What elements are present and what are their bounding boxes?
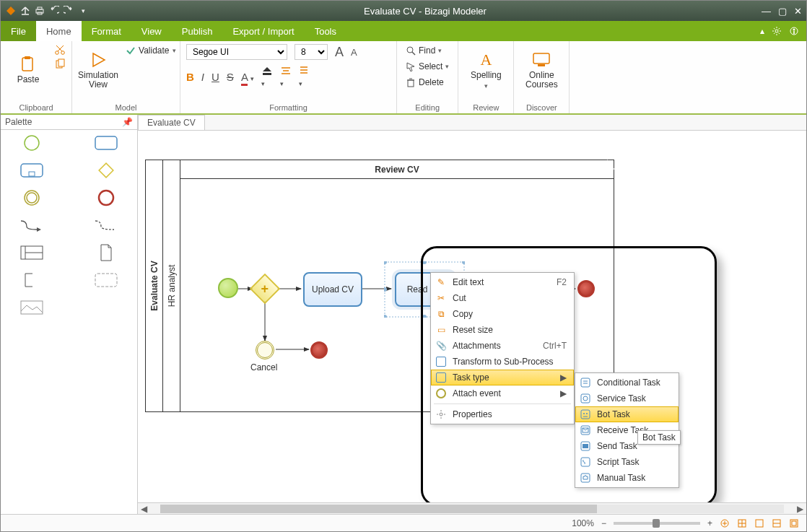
ctx-edit-text[interactable]: ✎ Edit text F2 <box>431 274 574 290</box>
find-label: Find <box>419 45 435 56</box>
ctx-attach-event[interactable]: Attach event ▶ <box>431 385 574 401</box>
tab-format[interactable]: Format <box>82 21 131 41</box>
zoom-in-button[interactable]: + <box>707 518 712 528</box>
ribbon-group-review: A Spelling ▾ Review <box>458 41 514 113</box>
palette-image[interactable] <box>19 299 44 316</box>
palette-annotation[interactable] <box>19 271 44 289</box>
shrink-font-icon[interactable]: A <box>351 47 357 58</box>
pool-label: Evaluate CV <box>149 261 160 310</box>
svg-rect-36 <box>408 80 414 87</box>
online-courses-button[interactable]: Online Courses <box>520 44 563 96</box>
svg-rect-90 <box>581 458 590 466</box>
undo-icon[interactable] <box>48 5 60 17</box>
clipboard-group-label: Clipboard <box>6 102 66 112</box>
spelling-icon: A <box>476 51 495 69</box>
svg-point-72 <box>440 413 442 416</box>
gateway-parallel[interactable]: + <box>250 274 280 304</box>
start-event[interactable] <box>218 278 238 298</box>
document-tab[interactable]: Evaluate CV <box>138 115 205 130</box>
italic-button[interactable]: I <box>201 71 204 83</box>
svg-rect-44 <box>29 172 35 176</box>
minimize-button[interactable]: — <box>762 6 771 17</box>
layout-icon-2[interactable] <box>772 518 782 528</box>
maximize-button[interactable]: ▢ <box>778 6 787 17</box>
save-icon[interactable] <box>19 5 31 17</box>
select-button[interactable]: Select▾ <box>403 60 452 73</box>
qat-dropdown-icon[interactable]: ▾ <box>77 5 89 17</box>
cut-icon[interactable] <box>54 44 66 56</box>
lane-header[interactable]: HR analyst <box>163 160 180 411</box>
palette-start-event[interactable] <box>19 134 44 152</box>
ctx-cut[interactable]: ✂ Cut <box>431 290 574 306</box>
align-button[interactable]: ▾ <box>280 66 292 88</box>
task-upload-cv[interactable]: Upload CV <box>303 272 362 307</box>
tab-publish[interactable]: Publish <box>172 21 223 41</box>
copy-icon[interactable] <box>54 58 66 70</box>
palette-task[interactable] <box>94 134 118 152</box>
spelling-button[interactable]: A Spelling ▾ <box>464 44 507 96</box>
fill-color-button[interactable]: ▾ <box>261 66 273 88</box>
print-icon[interactable] <box>34 5 45 17</box>
fit-page-icon[interactable] <box>737 518 747 528</box>
svg-point-48 <box>99 191 113 205</box>
submenu-service-task[interactable]: Service Task <box>575 391 679 406</box>
ctx-attachments[interactable]: 📎 Attachments Ctrl+T <box>431 338 574 354</box>
submenu-bot-task[interactable]: Bot Task <box>575 406 679 422</box>
pool-header[interactable]: Evaluate CV <box>146 160 163 411</box>
tab-file[interactable]: File <box>1 21 36 41</box>
layout-icon-3[interactable] <box>789 518 799 528</box>
diagram-canvas[interactable]: Evaluate CV HR analyst Review CV <box>138 131 806 502</box>
ctx-task-type[interactable]: Task type ▶ <box>431 370 574 385</box>
validate-button[interactable]: Validate ▾ <box>123 44 178 57</box>
font-size-select[interactable]: 8 <box>295 44 328 60</box>
palette-intermediate-event[interactable] <box>19 189 44 206</box>
font-family-select[interactable]: Segoe UI <box>186 44 287 60</box>
collapse-ribbon-icon[interactable]: ▴ <box>760 26 764 36</box>
end-event-top[interactable] <box>577 280 595 297</box>
pin-icon[interactable]: 📌 <box>122 117 133 127</box>
select-label: Select <box>419 61 442 71</box>
palette-sequence-flow[interactable] <box>19 217 44 234</box>
palette-pool[interactable] <box>19 244 44 261</box>
ctx-transform-subprocess[interactable]: Transform to Sub-Process <box>431 354 574 370</box>
tab-tools[interactable]: Tools <box>305 21 346 41</box>
tab-home[interactable]: Home <box>36 21 82 41</box>
palette-gateway[interactable] <box>94 162 118 179</box>
submenu-script-task[interactable]: Script Task <box>575 454 679 470</box>
palette-subprocess[interactable] <box>19 162 44 179</box>
redo-icon[interactable] <box>63 5 74 17</box>
zoom-slider[interactable] <box>614 522 700 525</box>
underline-button[interactable]: U <box>211 71 219 83</box>
zoom-out-button[interactable]: − <box>601 518 606 528</box>
palette-association[interactable] <box>94 217 118 234</box>
ctx-reset-size[interactable]: ▭ Reset size <box>431 322 574 338</box>
courses-icon <box>532 51 551 69</box>
vertical-align-button[interactable]: ▾ <box>299 66 309 88</box>
tab-view[interactable]: View <box>131 21 172 41</box>
intermediate-event-cancel[interactable] <box>256 341 274 359</box>
strike-button[interactable]: S <box>227 71 234 83</box>
palette-group[interactable] <box>94 271 118 289</box>
font-color-button[interactable]: A ▾ <box>241 71 254 83</box>
settings-icon[interactable] <box>772 26 782 36</box>
palette-end-event[interactable] <box>94 189 118 206</box>
palette-data-object[interactable] <box>94 244 118 261</box>
submenu-manual-task[interactable]: Manual Task <box>575 470 679 486</box>
submenu-conditional-task[interactable]: Conditional Task <box>575 375 679 391</box>
horizontal-scrollbar[interactable]: ◀ ▶ <box>138 502 806 514</box>
find-button[interactable]: Find▾ <box>403 44 452 57</box>
simulation-view-button[interactable]: Simulation View <box>78 44 118 96</box>
paste-button[interactable]: Paste <box>6 44 50 96</box>
ctx-properties[interactable]: Properties <box>431 406 574 422</box>
tab-export-import[interactable]: Export / Import <box>222 21 304 41</box>
delete-button[interactable]: Delete <box>403 76 452 89</box>
close-button[interactable]: ✕ <box>794 6 802 17</box>
bold-button[interactable]: B <box>186 71 194 83</box>
discover-group-label: Discover <box>520 102 563 112</box>
end-event-cancel[interactable] <box>310 341 328 359</box>
fit-zoom-icon[interactable] <box>720 518 730 528</box>
help-icon[interactable] <box>789 26 799 36</box>
layout-icon-1[interactable] <box>754 518 764 528</box>
grow-font-icon[interactable]: A <box>335 45 344 60</box>
ctx-copy[interactable]: ⧉ Copy <box>431 306 574 322</box>
